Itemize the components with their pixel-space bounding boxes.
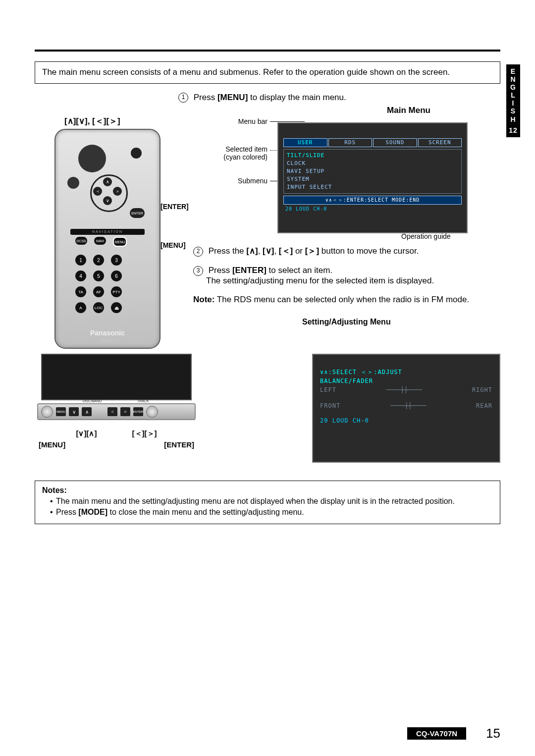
note-2-b: to close the main menu and the setting/a… xyxy=(107,508,304,516)
pty-button: PTY xyxy=(111,286,122,297)
unit-control-strip: DISC/BAND TRACK MENU ∨ ∧ ＜ ＞ ENTER xyxy=(37,403,196,420)
brand-sub: Car AV xyxy=(55,338,160,343)
discband-label: DISC/BAND xyxy=(83,399,102,403)
num-5: 5 xyxy=(93,270,104,281)
tab-sound: SOUND xyxy=(373,138,417,147)
tab-user: USER xyxy=(283,138,327,147)
step-3-b: to select an item. xyxy=(267,266,332,275)
af-button: AF xyxy=(93,286,104,297)
unit-screen xyxy=(41,354,192,400)
opguide-label: Operation guide xyxy=(401,232,451,240)
step-1-number: 1 xyxy=(178,93,188,103)
note-2-a: Press xyxy=(56,508,78,516)
mute-button xyxy=(67,177,79,189)
num-row-1: 1 2 3 xyxy=(75,255,122,266)
notes-title: Notes: xyxy=(42,486,493,495)
note-2-bold: [MODE] xyxy=(78,508,107,516)
unit-right-button: ＞ xyxy=(120,407,130,416)
section-number: 12 xyxy=(506,126,520,134)
loc-button: LOC xyxy=(93,302,104,313)
main-menu-title: Main Menu xyxy=(317,106,500,115)
navi-button: NAVI xyxy=(94,237,106,245)
unit-down-button: ∨ xyxy=(69,407,79,416)
unit-up-button: ∧ xyxy=(82,407,92,416)
eject-button: ⏏ xyxy=(111,302,122,313)
lang-text: ENGLISH xyxy=(510,67,516,123)
remote-column: [∧][∨], [＜][＞] ∧ ∨ ＜ ＞ ENTER NAVIGATION … xyxy=(35,106,183,349)
note-1: The main menu and the setting/adjusting … xyxy=(50,497,493,506)
adjusting-title: Setting/Adjusting Menu xyxy=(302,318,500,326)
menu-tab-bar: USER RDS SOUND SCREEN xyxy=(283,138,462,147)
step-3-a: Press xyxy=(209,266,232,275)
lr-callout: [＜][＞] xyxy=(132,429,157,438)
ta-button: TA xyxy=(75,286,86,297)
remote-arrow-label: [∧][∨], [＜][＞] xyxy=(64,115,183,127)
fader-rear: REAR xyxy=(476,401,492,410)
fader-front: FRONT xyxy=(320,401,340,410)
row-4: A LOC ⏏ xyxy=(75,302,122,313)
enter-callout: [ENTER] xyxy=(160,203,189,211)
page-footer: CQ-VA707N 15 xyxy=(0,726,535,741)
step-3-number: 3 xyxy=(193,266,203,276)
unit-enter-button: ENTER xyxy=(133,407,143,416)
item-tilt: TILT/SLIDE xyxy=(287,152,458,160)
submenu-label: Submenu xyxy=(223,177,268,185)
volume-rocker xyxy=(78,145,106,172)
note-label: Note: xyxy=(193,295,214,304)
step-2-text: Press the [∧], [∨], [＜] or [＞] button to… xyxy=(209,246,419,256)
track-label: TRACK xyxy=(137,399,149,403)
step-3: 3 Press [ENTER] to select an item. The s… xyxy=(193,266,500,286)
remote-illustration: ∧ ∨ ＜ ＞ ENTER NAVIGATION DCSS NAVI MENU … xyxy=(54,129,160,349)
notes-box: Notes: The main menu and the setting/adj… xyxy=(35,481,500,524)
step-3-bold: [ENTER] xyxy=(232,266,267,275)
top-rule xyxy=(35,50,500,52)
step-2: 2 Press the [∧], [∨], [＜] or [＞] button … xyxy=(193,245,500,257)
note-text: The RDS menu can be selected only when t… xyxy=(214,295,469,304)
left-knob xyxy=(41,406,53,418)
operation-guide-bar: ∨∧＜＞:ENTER:SELECT MODE:END xyxy=(283,196,462,205)
num-row-2: 4 5 6 xyxy=(75,270,122,281)
step-1: 1 Press [MENU] to display the main menu. xyxy=(178,93,500,103)
page: ENGLISH 12 The main menu screen consists… xyxy=(0,0,535,756)
menubar-label: Menu bar xyxy=(208,117,268,125)
num-2: 2 xyxy=(93,255,104,266)
balance-right: RIGHT xyxy=(472,385,492,394)
a-button: A xyxy=(75,302,86,313)
num-1: 1 xyxy=(75,255,86,266)
fader-row: FRONT ────┼┼──── REAR xyxy=(320,401,492,410)
pwr-button xyxy=(131,148,142,159)
row-3: TA AF PTY xyxy=(75,286,122,297)
content-row: [∧][∨], [＜][＞] ∧ ∨ ＜ ＞ ENTER NAVIGATION … xyxy=(35,106,500,349)
unit-enter-callout: [ENTER] xyxy=(164,440,194,449)
enter-button: ENTER xyxy=(130,208,145,218)
brand-label: Panasonic xyxy=(55,329,160,337)
intro-text: The main menu screen consists of a menu … xyxy=(42,67,450,77)
status-bar: 20 LOUD CH-0 xyxy=(283,206,462,213)
balance-row: LEFT ────┼┼──── RIGHT xyxy=(320,385,492,394)
adjusting-row: DISC/BAND TRACK MENU ∨ ∧ ＜ ＞ ENTER . [∨]… xyxy=(35,354,500,463)
notes-list: The main menu and the setting/adjusting … xyxy=(42,497,493,517)
item-clock: CLOCK xyxy=(287,160,458,167)
ud-callout: [∨][∧] xyxy=(76,429,97,438)
submenu-list: TILT/SLIDE CLOCK NAVI SETUP SYSTEM INPUT… xyxy=(283,149,462,194)
adjusting-screen: ∨∧:SELECT ＜＞:ADJUST BALANCE/FADER LEFT ─… xyxy=(312,354,500,463)
adj-guide: ∨∧:SELECT ＜＞:ADJUST xyxy=(320,368,492,377)
step-1-bold: [MENU] xyxy=(217,93,248,102)
item-navi: NAVI SETUP xyxy=(287,167,458,175)
num-3: 3 xyxy=(111,255,122,266)
note-2: Press [MODE] to close the main menu and … xyxy=(50,508,493,517)
language-tab: ENGLISH 12 xyxy=(506,64,520,137)
selected-label: Selected item (cyan colored) xyxy=(203,145,268,161)
leader-1 xyxy=(270,121,305,122)
item-system: SYSTEM xyxy=(287,175,458,183)
right-knob xyxy=(146,406,158,418)
unit-left-button: ＜ xyxy=(107,407,117,416)
unit-menu-button: MENU xyxy=(56,407,66,416)
adj-heading: BALANCE/FADER xyxy=(320,377,492,385)
menu-button-remote: MENU xyxy=(113,237,127,247)
balance-slider: ────┼┼──── xyxy=(386,385,422,394)
tab-rds: RDS xyxy=(328,138,373,147)
step-1-text-b: to display the main menu. xyxy=(248,93,346,102)
step-2-number: 2 xyxy=(193,247,203,257)
item-input: INPUT SELECT xyxy=(287,183,458,191)
